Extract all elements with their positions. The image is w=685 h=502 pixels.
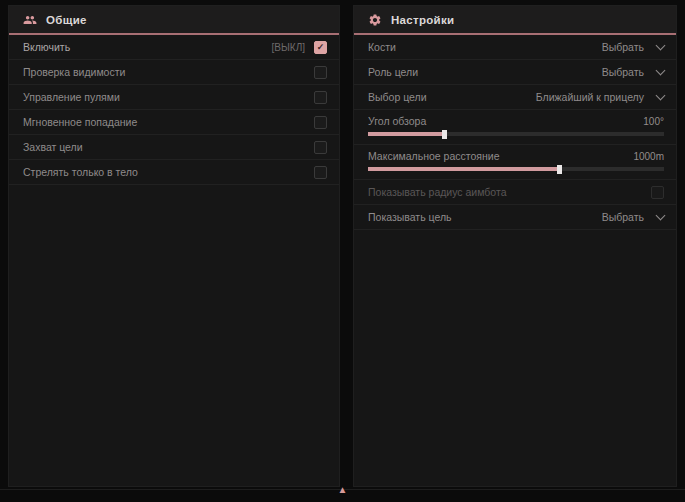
chevron-down-icon bbox=[656, 211, 666, 221]
enable-checkbox[interactable]: ✓ bbox=[314, 41, 327, 54]
row-label: Максимальное расстояние bbox=[368, 150, 499, 162]
row-label: Роль цели bbox=[368, 66, 418, 78]
scroll-up-indicator[interactable]: ▲ bbox=[338, 485, 348, 495]
row-label: Показывать радиус аимбота bbox=[368, 186, 507, 198]
chevron-down-icon bbox=[656, 91, 666, 101]
instant-hit-checkbox[interactable]: ✓ bbox=[314, 116, 327, 129]
row-body-only[interactable]: Стрелять только в тело ✓ bbox=[9, 160, 339, 185]
row-label: Управление пулями bbox=[23, 91, 120, 103]
row-label: Захват цели bbox=[23, 141, 83, 153]
fov-value: 100° bbox=[643, 116, 664, 127]
row-label: Угол обзора bbox=[368, 115, 426, 127]
row-target-role[interactable]: Роль цели Выбрать bbox=[354, 60, 676, 85]
row-max-distance: Максимальное расстояние 1000m bbox=[354, 145, 676, 180]
panel-settings: Настройки Кости Выбрать Роль цели Выбрат… bbox=[353, 5, 677, 487]
target-role-dropdown[interactable]: Выбрать bbox=[602, 66, 664, 78]
row-label: Стрелять только в тело bbox=[23, 166, 138, 178]
body-only-checkbox[interactable]: ✓ bbox=[314, 166, 327, 179]
row-bones[interactable]: Кости Выбрать bbox=[354, 35, 676, 60]
show-aimbot-radius-checkbox[interactable]: ✓ bbox=[651, 186, 664, 199]
show-target-dropdown[interactable]: Выбрать bbox=[602, 211, 664, 223]
row-label: Проверка видимости bbox=[23, 66, 125, 78]
general-rows: Включить [ВЫКЛ] ✓ Проверка видимости ✓ У… bbox=[9, 35, 339, 185]
check-icon: ✓ bbox=[317, 43, 325, 52]
panel-header-settings: Настройки bbox=[354, 6, 676, 35]
row-label: Включить bbox=[23, 41, 70, 53]
dropdown-value: Выбрать bbox=[602, 66, 644, 78]
row-show-aimbot-radius[interactable]: Показывать радиус аимбота ✓ bbox=[354, 180, 676, 205]
bullet-control-checkbox[interactable]: ✓ bbox=[314, 91, 327, 104]
row-label: Выбор цели bbox=[368, 91, 427, 103]
row-show-target[interactable]: Показывать цель Выбрать bbox=[354, 205, 676, 230]
row-target-selection[interactable]: Выбор цели Ближайший к прицелу bbox=[354, 85, 676, 110]
gear-icon bbox=[368, 13, 382, 27]
dropdown-value: Ближайший к прицелу bbox=[536, 91, 644, 103]
row-label: Показывать цель bbox=[368, 211, 452, 223]
panel-title: Настройки bbox=[391, 14, 454, 26]
row-target-lock[interactable]: Захват цели ✓ bbox=[9, 135, 339, 160]
keybind-state-text: [ВЫКЛ] bbox=[272, 42, 305, 53]
row-instant-hit[interactable]: Мгновенное попадание ✓ bbox=[9, 110, 339, 135]
users-icon bbox=[23, 13, 37, 27]
row-enable[interactable]: Включить [ВЫКЛ] ✓ bbox=[9, 35, 339, 60]
dropdown-value: Выбрать bbox=[602, 211, 644, 223]
panel-general: Общие Включить [ВЫКЛ] ✓ Проверка видимос… bbox=[8, 5, 340, 487]
max-distance-value: 1000m bbox=[633, 151, 664, 162]
fov-slider-thumb[interactable] bbox=[442, 130, 447, 139]
max-distance-slider-fill bbox=[368, 167, 560, 171]
row-label: Мгновенное попадание bbox=[23, 116, 137, 128]
row-label: Кости bbox=[368, 41, 396, 53]
chevron-down-icon bbox=[656, 66, 666, 76]
max-distance-slider-track[interactable] bbox=[368, 167, 664, 171]
visibility-check-checkbox[interactable]: ✓ bbox=[314, 66, 327, 79]
panel-header-general: Общие bbox=[9, 6, 339, 35]
chevron-down-icon bbox=[656, 41, 666, 51]
target-lock-checkbox[interactable]: ✓ bbox=[314, 141, 327, 154]
settings-rows: Кости Выбрать Роль цели Выбрать Выбор це… bbox=[354, 35, 676, 230]
row-fov: Угол обзора 100° bbox=[354, 110, 676, 145]
panel-title: Общие bbox=[46, 14, 87, 26]
fov-slider-track[interactable] bbox=[368, 132, 664, 136]
row-visibility-check[interactable]: Проверка видимости ✓ bbox=[9, 60, 339, 85]
fov-slider-fill bbox=[368, 132, 445, 136]
target-selection-dropdown[interactable]: Ближайший к прицелу bbox=[536, 91, 664, 103]
mod-menu-page: { "theme": { "page_bg": "#0b0b0b", "pane… bbox=[0, 0, 685, 502]
dropdown-value: Выбрать bbox=[602, 41, 644, 53]
max-distance-slider-thumb[interactable] bbox=[557, 165, 562, 174]
row-bullet-control[interactable]: Управление пулями ✓ bbox=[9, 85, 339, 110]
bones-dropdown[interactable]: Выбрать bbox=[602, 41, 664, 53]
